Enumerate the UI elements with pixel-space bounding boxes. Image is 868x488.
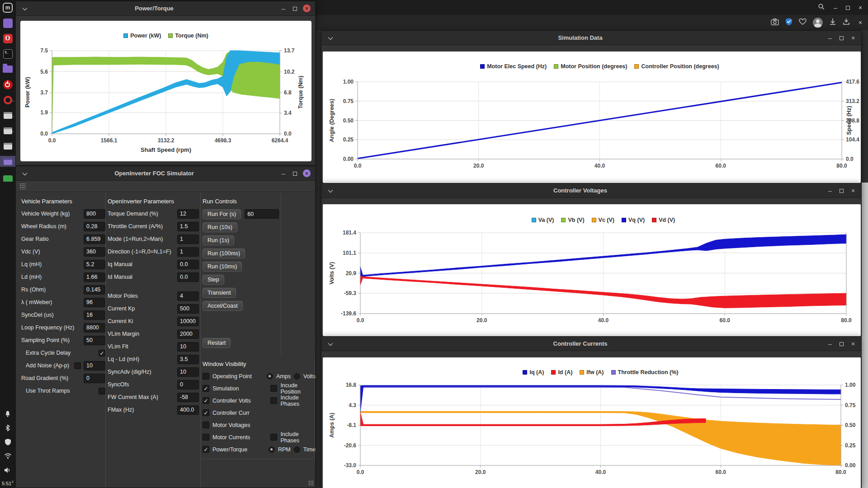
minimize-button[interactable]: – (826, 35, 834, 41)
maximize-button[interactable] (293, 5, 297, 13)
param-input[interactable]: 1.5 (177, 222, 199, 231)
param-input[interactable]: 0 (84, 374, 105, 383)
legend-item[interactable]: Motor Elec Speed (Hz) (480, 63, 547, 70)
wifi-icon[interactable] (4, 452, 12, 460)
radio-rpm[interactable] (269, 446, 275, 453)
checkbox-unchecked[interactable] (74, 362, 81, 369)
checkbox-checked[interactable]: ✓ (203, 397, 209, 404)
power-torque-titlebar[interactable]: Power/Torque – × (16, 1, 315, 16)
checkbox-unchecked[interactable] (99, 388, 105, 394)
run-button-run-10ms-[interactable]: Run (10ms) (203, 262, 242, 272)
param-input[interactable]: 8800 (84, 323, 105, 333)
legend-item[interactable]: Throttle Reduction (%) (611, 369, 679, 375)
param-input[interactable]: 4 (177, 291, 199, 301)
volume-icon[interactable] (4, 466, 11, 474)
checkbox-unchecked[interactable] (203, 422, 209, 428)
clock[interactable]: 5:512 (2, 480, 14, 486)
checkbox-checked[interactable]: ✓ (203, 446, 209, 453)
run-button-run-10s-[interactable]: Run (10s) (203, 222, 237, 232)
dock-item-window-3[interactable] (0, 141, 15, 151)
maximize-button[interactable] (293, 169, 297, 178)
legend-item[interactable]: Vb (V) (561, 217, 584, 223)
chevron-down-icon[interactable] (22, 169, 28, 178)
dock-item-simulator-window[interactable] (0, 156, 15, 167)
run-button-run-1s-[interactable]: Run (1s) (203, 235, 234, 245)
maximize-button[interactable] (840, 34, 844, 42)
checkbox-unchecked[interactable] (270, 397, 277, 404)
legend-item[interactable]: Torque (Nm) (168, 33, 208, 39)
dock-item-opera-browser[interactable]: O (0, 33, 15, 44)
dock-item-purple-app[interactable] (0, 18, 15, 28)
param-input[interactable]: 16 (84, 310, 105, 320)
param-input[interactable]: 0.28 (84, 222, 105, 231)
bluetooth-icon[interactable] (5, 424, 11, 432)
checkbox-unchecked[interactable] (203, 373, 209, 380)
voltages-titlebar[interactable]: Controller Voltages – × (321, 183, 861, 198)
param-input[interactable]: 400.0 (177, 405, 199, 415)
close-button[interactable]: × (849, 35, 857, 41)
strip2-close-icon[interactable]: × (856, 19, 864, 26)
legend-item[interactable]: Ifw (A) (580, 369, 604, 375)
legend-item[interactable]: Controller Position (degrees) (634, 63, 719, 70)
chevron-down-icon[interactable] (22, 5, 28, 13)
radio-time[interactable] (294, 446, 300, 453)
minimize-button[interactable]: – (280, 5, 287, 12)
param-input[interactable]: 10000 (177, 317, 199, 326)
dock-item-files-folder[interactable] (0, 64, 15, 75)
foc-titlebar[interactable]: OpenInverter FOC Simulator – × (16, 166, 315, 181)
legend-item[interactable]: Id (A) (551, 369, 572, 375)
param-input[interactable]: 360 (84, 247, 105, 257)
param-input[interactable]: 0.0 (177, 272, 199, 282)
checkbox-unchecked[interactable] (270, 434, 277, 441)
simulation-titlebar[interactable]: Simulation Data – × (321, 31, 861, 45)
shield-check-icon[interactable] (785, 18, 793, 28)
bell-icon[interactable] (4, 410, 11, 418)
shield-icon[interactable] (5, 438, 11, 446)
dock-item-mint-menu[interactable]: m (0, 2, 15, 13)
param-input[interactable]: 50 (84, 336, 105, 345)
param-input[interactable]: 1 (177, 247, 199, 257)
run-button-step[interactable]: Step (203, 275, 224, 285)
run-for-button[interactable]: Run For (s) (203, 209, 241, 219)
legend-item[interactable]: Vc (V) (592, 217, 614, 223)
bg-close-button[interactable]: × (856, 4, 864, 11)
radio-amps[interactable] (267, 373, 273, 380)
dock-item-spreadsheet-app[interactable] (0, 171, 15, 182)
dock-item-power-app[interactable] (0, 79, 15, 90)
param-input[interactable]: 0.145 (84, 285, 105, 295)
toolbar-drag-grip[interactable] (19, 183, 26, 189)
dock-item-window-2[interactable]: ‥ (0, 125, 15, 136)
run-button-transient[interactable]: Transient (203, 288, 236, 298)
screenshot-camera-icon[interactable] (771, 18, 779, 27)
minimize-button[interactable]: – (280, 170, 287, 177)
maximize-button[interactable] (840, 340, 844, 348)
download-icon[interactable] (829, 18, 836, 27)
legend-item[interactable]: Motor Position (degrees) (554, 63, 627, 70)
search-icon[interactable] (818, 3, 825, 12)
legend-item[interactable]: Va (V) (532, 217, 554, 223)
param-input[interactable]: 96 (84, 298, 105, 307)
param-input[interactable]: 0.0 (177, 260, 199, 269)
chevron-down-icon[interactable] (328, 340, 334, 348)
param-input[interactable]: 3.5 (177, 355, 199, 364)
close-button[interactable]: × (303, 5, 311, 12)
param-input[interactable]: 10 (84, 361, 105, 371)
param-input[interactable]: 10 (177, 367, 199, 377)
checkbox-checked[interactable]: ✓ (203, 409, 209, 416)
chevron-down-icon[interactable] (328, 187, 334, 195)
chevron-down-icon[interactable] (328, 34, 334, 42)
checkbox-checked[interactable]: ✓ (99, 350, 105, 357)
run-for-input[interactable]: 60 (245, 209, 279, 219)
maximize-button[interactable] (840, 187, 844, 195)
checkbox-unchecked[interactable] (270, 385, 277, 392)
resize-grip[interactable] (308, 480, 314, 486)
legend-item[interactable]: Power (kW) (123, 33, 161, 39)
bg-maximize-button[interactable] (846, 4, 850, 12)
param-input[interactable]: 12 (177, 209, 199, 219)
background-scrollbar[interactable] (862, 183, 868, 488)
dock-item-terminal[interactable]: $_ (0, 48, 15, 59)
param-input[interactable]: 1.66 (84, 272, 105, 282)
download-tray-icon[interactable] (843, 18, 850, 27)
legend-item[interactable]: Iq (A) (523, 369, 544, 375)
run-button-accel-coast[interactable]: Accel/Coast (203, 301, 243, 311)
